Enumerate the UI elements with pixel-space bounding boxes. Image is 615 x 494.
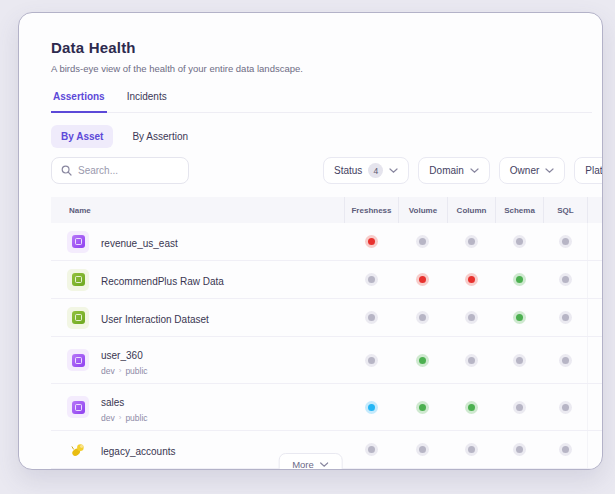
green-status-dot[interactable]: [468, 404, 475, 411]
gray-status-dot[interactable]: [368, 314, 375, 321]
gray-status-dot[interactable]: [562, 238, 569, 245]
chevron-down-icon: [470, 168, 479, 174]
volume-status-cell: [398, 223, 447, 260]
green-status-dot[interactable]: [516, 314, 523, 321]
freshness-status-cell: [344, 223, 398, 260]
filter-platform[interactable]: Platform3✕: [574, 157, 603, 184]
gray-status-dot[interactable]: [468, 357, 475, 364]
toggle-by-asset[interactable]: By Asset: [51, 125, 113, 148]
asset-name[interactable]: user_360: [101, 350, 143, 361]
green-status-dot[interactable]: [419, 404, 426, 411]
asset-name[interactable]: revenue_us_east: [101, 238, 178, 249]
column-status-cell: [447, 384, 495, 430]
gray-status-dot[interactable]: [562, 446, 569, 453]
filter-count-badge: 4: [368, 163, 383, 178]
gray-status-dot[interactable]: [468, 446, 475, 453]
sql-status-cell: [543, 223, 587, 260]
asset-name-cell: salesdev›public: [51, 384, 344, 430]
column-status-cell: [447, 261, 495, 298]
gray-status-dot[interactable]: [562, 404, 569, 411]
schema-status-cell: [495, 431, 543, 468]
filter-owner[interactable]: Owner: [499, 157, 565, 184]
chevron-down-icon: [389, 168, 398, 174]
asset-name[interactable]: User Interaction Dataset: [101, 314, 209, 325]
path-segment[interactable]: dev: [101, 366, 115, 376]
volume-status-cell: [398, 261, 447, 298]
gray-status-dot[interactable]: [368, 357, 375, 364]
column-header-schema: Schema: [495, 197, 543, 223]
volume-status-cell: [398, 431, 447, 468]
search-box[interactable]: [51, 157, 189, 184]
gray-status-dot[interactable]: [562, 357, 569, 364]
asset-path: dev›public: [101, 413, 148, 423]
column-header-column: Column: [447, 197, 495, 223]
filler-cell: [587, 431, 603, 468]
asset-name[interactable]: sales: [101, 397, 124, 408]
gray-status-dot[interactable]: [516, 404, 523, 411]
gray-status-dot[interactable]: [419, 314, 426, 321]
sql-status-cell: [543, 261, 587, 298]
sql-status-cell: [543, 337, 587, 383]
filter-label: Platform: [585, 165, 603, 176]
asset-name-cell: User Interaction Dataset: [51, 299, 344, 336]
table-row[interactable]: salesdev›public: [51, 384, 603, 431]
table-row[interactable]: RecommendPlus Raw Data: [51, 261, 603, 299]
chevron-down-icon: [545, 168, 554, 174]
toolbar: Status4DomainOwnerPlatform3✕: [51, 157, 602, 184]
gray-status-dot[interactable]: [516, 238, 523, 245]
gray-status-dot[interactable]: [368, 446, 375, 453]
hive-bee-icon: [67, 439, 89, 461]
asset-name[interactable]: legacy_accounts: [101, 446, 176, 457]
gray-status-dot[interactable]: [419, 238, 426, 245]
gray-status-dot[interactable]: [562, 314, 569, 321]
sql-status-cell: [543, 299, 587, 336]
tab-incidents[interactable]: Incidents: [125, 91, 169, 113]
search-icon: [61, 165, 72, 176]
column-header-volume: Volume: [398, 197, 447, 223]
red-status-dot[interactable]: [468, 276, 475, 283]
asset-name[interactable]: RecommendPlus Raw Data: [101, 276, 224, 287]
freshness-status-cell: [344, 431, 398, 468]
gray-status-dot[interactable]: [468, 314, 475, 321]
gray-status-dot[interactable]: [468, 238, 475, 245]
freshness-status-cell: [344, 261, 398, 298]
green-status-dot[interactable]: [516, 276, 523, 283]
schema-status-cell: [495, 261, 543, 298]
filler-cell: [587, 337, 603, 383]
page-size-dropdown[interactable]: More: [278, 453, 343, 470]
green-dataset-icon: [67, 307, 89, 329]
toggle-by-assertion[interactable]: By Assertion: [122, 125, 198, 148]
freshness-status-cell: [344, 299, 398, 336]
blue-status-dot[interactable]: [368, 404, 375, 411]
table-row[interactable]: revenue_us_east: [51, 223, 603, 261]
gray-status-dot[interactable]: [419, 446, 426, 453]
red-status-dot[interactable]: [368, 238, 375, 245]
gray-status-dot[interactable]: [562, 276, 569, 283]
red-status-dot[interactable]: [419, 276, 426, 283]
gray-status-dot[interactable]: [516, 446, 523, 453]
filler-cell: [587, 384, 603, 430]
table-body: revenue_us_eastRecommendPlus Raw DataUse…: [51, 223, 603, 469]
filler-cell: [587, 223, 603, 260]
filter-status[interactable]: Status4: [323, 157, 409, 184]
tab-assertions[interactable]: Assertions: [51, 91, 107, 113]
filter-domain[interactable]: Domain: [418, 157, 489, 184]
gray-status-dot[interactable]: [368, 276, 375, 283]
green-status-dot[interactable]: [419, 357, 426, 364]
table-row[interactable]: user_360dev›public: [51, 337, 603, 384]
asset-path: dev›public: [101, 366, 148, 376]
asset-name-cell: user_360dev›public: [51, 337, 344, 383]
page-title: Data Health: [51, 39, 602, 56]
table-header: NameFreshnessVolumeColumnSchemaSQL: [51, 197, 603, 223]
table-row[interactable]: User Interaction Dataset: [51, 299, 603, 337]
purple-database-icon: [67, 231, 89, 253]
path-segment[interactable]: public: [125, 413, 147, 423]
search-input[interactable]: [78, 165, 179, 176]
filler-cell: [587, 261, 603, 298]
filter-label: Owner: [510, 165, 539, 176]
path-segment[interactable]: dev: [101, 413, 115, 423]
volume-status-cell: [398, 337, 447, 383]
path-segment[interactable]: public: [125, 366, 147, 376]
gray-status-dot[interactable]: [516, 357, 523, 364]
column-header-name: Name: [51, 197, 344, 223]
